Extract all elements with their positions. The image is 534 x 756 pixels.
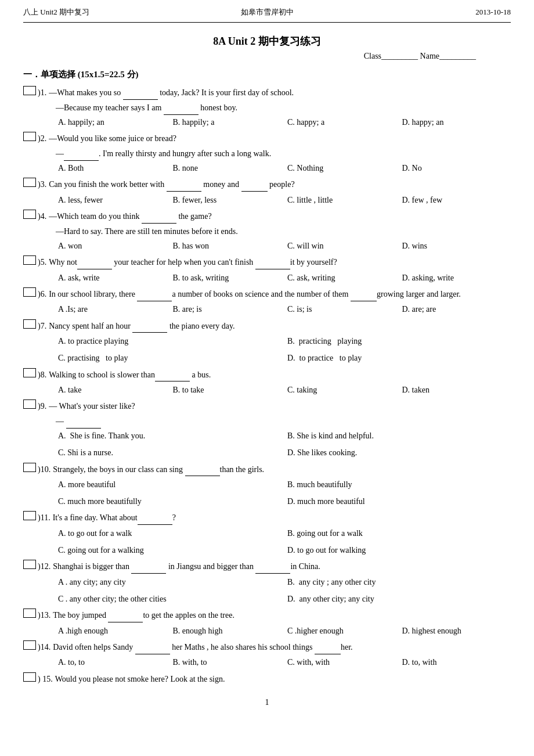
q2-optC: C. Nothing: [287, 161, 396, 175]
q4-paren: [23, 210, 36, 219]
q4-optD: D. wins: [402, 239, 511, 253]
q1-paren: [23, 86, 36, 95]
q7-blank1: [132, 323, 167, 333]
q6-paren: [23, 287, 36, 297]
q13-blank1: [108, 613, 143, 622]
q3-optC: C. little , little: [287, 193, 396, 207]
q7-optC: C. practising to play: [58, 351, 282, 365]
q4-optC: C. will win: [287, 239, 396, 253]
q7-options-2: C. practising to play D. to practice to …: [58, 351, 511, 365]
q10-num: )10.: [38, 463, 50, 477]
q3-optA: A. less, fewer: [58, 193, 167, 207]
q7-text: Nancy spent half an hour the piano every…: [49, 319, 511, 333]
q6-optD: D. are; are: [402, 302, 511, 316]
q11-optC: C. going out for a walking: [58, 543, 282, 557]
question-8: )8. Walking to school is slower than a b…: [23, 368, 511, 398]
question-4: )4. —Which team do you think the game? —…: [23, 210, 511, 253]
q10-text: Strangely, the boys in our class can sin…: [53, 463, 511, 477]
question-12: )12. Shanghai is bigger than in Jiangsu …: [23, 560, 511, 606]
q5-text: Why not your teacher for help when you c…: [49, 255, 511, 269]
q14-optD: D. to, with: [402, 655, 511, 669]
q12-options-2: C . any other city; the other cities D. …: [58, 592, 511, 606]
q4-optA: A. won: [58, 239, 167, 253]
question-10: )10. Strangely, the boys in our class ca…: [23, 463, 511, 509]
q15-paren: [23, 672, 36, 682]
q6-text: In our school library, there a number of…: [49, 287, 511, 301]
q9-optD: D. She likes cooking.: [287, 445, 511, 460]
q8-optC: C. taking: [287, 383, 396, 397]
q11-num: )11.: [38, 511, 50, 525]
q9-paren: [23, 399, 36, 409]
q8-optA: A. take: [58, 383, 167, 397]
q7-line: )7. Nancy spent half an hour the piano e…: [23, 319, 511, 334]
q8-optB: B. to take: [173, 383, 282, 397]
q2-optD: D. No: [402, 161, 511, 175]
q2-optA: A. Both: [58, 161, 167, 175]
q4-text: —Which team do you think the game?: [49, 210, 511, 224]
q14-num: )14.: [38, 640, 50, 655]
q12-paren: [23, 560, 36, 569]
q12-optA: A . any city; any city: [58, 575, 282, 589]
q5-paren: [23, 255, 36, 265]
q5-blank2: [255, 260, 290, 269]
q7-optD: D. to practice to play: [287, 351, 511, 365]
q1-line: )1. —What makes you so today, Jack? It i…: [23, 86, 511, 100]
q6-line: )6. In our school library, there a numbe…: [23, 287, 511, 302]
q8-blank1: [155, 372, 190, 381]
q7-optA: A. to practice playing: [58, 334, 282, 348]
q5-num: )5.: [38, 255, 46, 270]
q11-options: A. to go out for a walk B. going out for…: [58, 526, 511, 541]
question-3: )3. Can you finish the work better with …: [23, 178, 511, 207]
q14-paren: [23, 640, 36, 650]
q10-optC: C. much more beautifully: [58, 494, 282, 509]
q14-optA: A. to, to: [58, 655, 167, 669]
q1-optC: C. happy; a: [287, 115, 396, 129]
q6-blank1: [137, 292, 172, 301]
q12-optD: D. any other city; any city: [287, 592, 511, 606]
q12-options: A . any city; any city B. any city ; any…: [58, 575, 511, 589]
q7-num: )7.: [38, 319, 46, 334]
q10-line: )10. Strangely, the boys in our class ca…: [23, 463, 511, 477]
q2-line: )2. —Would you like some juice or bread?: [23, 132, 511, 146]
q2-sub: —. I'm really thirsty and hungry after s…: [56, 147, 511, 161]
q8-paren: [23, 368, 36, 377]
q5-line: )5. Why not your teacher for help when y…: [23, 255, 511, 270]
q3-text: Can you finish the work better with mone…: [49, 178, 511, 192]
q8-optD: D. taken: [402, 383, 511, 397]
q5-optB: B. to ask, writing: [173, 271, 282, 285]
q5-options: A. ask, write B. to ask, writing C. ask,…: [58, 271, 511, 285]
q4-sub: —Hard to say. There are still ten minute…: [56, 225, 511, 239]
q14-line: )14. David often helps Sandy her Maths ,…: [23, 640, 511, 655]
question-14: )14. David often helps Sandy her Maths ,…: [23, 640, 511, 670]
q14-options: A. to, to B. with, to C. with, with D. t…: [58, 655, 511, 669]
q6-optB: B. are; is: [173, 302, 282, 316]
q3-line: )3. Can you finish the work better with …: [23, 178, 511, 192]
q1-sub: —Because my teacher says I am honest boy…: [56, 101, 511, 116]
q15-text: Would you please not smoke here? Look at…: [55, 672, 511, 686]
q3-optB: B. fewer, less: [173, 193, 282, 207]
q10-paren: [23, 463, 36, 472]
q2-blank1: [64, 152, 99, 161]
q9-line: )9. — What's your sister like?: [23, 399, 511, 414]
q12-blank1: [131, 564, 166, 574]
title-section: 8A Unit 2 期中复习练习: [23, 34, 511, 48]
q2-options: A. Both B. none C. Nothing D. No: [58, 161, 511, 175]
q1-optB: B. happily; a: [173, 115, 282, 129]
header-right: 2013-10-18: [348, 8, 511, 17]
q13-options: A .high enough B. enough high C .higher …: [58, 624, 511, 638]
q10-options-2: C. much more beautifully D. much more be…: [58, 494, 511, 509]
main-title: 8A Unit 2 期中复习练习: [23, 34, 511, 48]
q4-line: )4. —Which team do you think the game?: [23, 210, 511, 224]
q12-optC: C . any other city; the other cities: [58, 592, 282, 606]
q10-optA: A. more beautiful: [58, 477, 282, 492]
q12-optB: B. any city ; any other city: [287, 575, 511, 589]
question-6: )6. In our school library, there a numbe…: [23, 287, 511, 317]
q9-num: )9.: [38, 399, 46, 414]
q9-options: A. She is fine. Thank you. B. She is kin…: [58, 429, 511, 443]
q10-blank1: [185, 467, 220, 476]
q9-options-2: C. Shi is a nurse. D. She likes cooking.: [58, 445, 511, 460]
q13-text: The boy jumped to get the apples on the …: [53, 609, 511, 622]
question-7: )7. Nancy spent half an hour the piano e…: [23, 319, 511, 366]
q4-optB: B. has won: [173, 239, 282, 253]
page: 八上 Unit2 期中复习 如皋市雪岸初中 2013-10-18 8A Unit…: [0, 0, 534, 756]
